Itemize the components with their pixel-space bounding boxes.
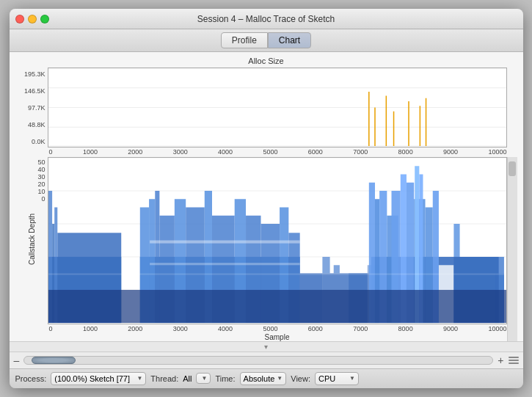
svg-rect-43	[333, 266, 339, 274]
alloc-chart-area[interactable]	[48, 68, 507, 147]
time-value: Absolute	[244, 374, 275, 383]
view-label: View:	[291, 374, 310, 383]
profile-tab[interactable]: Profile	[221, 32, 268, 48]
svg-rect-42	[322, 257, 329, 274]
minimize-button[interactable]	[28, 15, 37, 23]
time-dropdown[interactable]: Absolute ▼	[240, 372, 287, 385]
chart-tab[interactable]: Chart	[268, 32, 311, 48]
callstack-y-axis-wrapper: Callstack Depth 50 40 30 20 10 0	[15, 157, 48, 340]
callstack-y-axis: 50 40 30 20 10 0	[15, 157, 48, 220]
callstack-y-label-rotated: Callstack Depth	[27, 233, 35, 265]
scroll-plus-button[interactable]: +	[498, 354, 503, 366]
alloc-scrollbar	[507, 68, 517, 156]
x-axis-title: Sample	[48, 333, 507, 341]
main-window: Session 4 – Malloc Trace of Sketch Profi…	[10, 9, 523, 387]
alloc-y-label-4: 0.0K	[32, 138, 45, 145]
process-label: Process:	[15, 374, 47, 383]
alloc-chart-container: 195.3K 146.5K 97.7K 48.8K 0.0K	[15, 68, 517, 156]
close-button[interactable]	[15, 15, 24, 23]
svg-rect-39	[150, 263, 300, 266]
alloc-y-label-1: 146.5K	[24, 87, 45, 95]
alloc-y-label-0: 195.3K	[24, 70, 45, 78]
svg-rect-66	[48, 274, 506, 275]
process-dropdown-arrow: ▼	[136, 375, 142, 382]
process-dropdown[interactable]: (100.0%) Sketch [77] ▼	[51, 372, 146, 385]
right-scrollbar[interactable]	[507, 157, 517, 340]
toolbar: Profile Chart	[10, 29, 523, 52]
callstack-chart-container: Callstack Depth 50 40 30 20 10 0	[15, 157, 517, 340]
svg-rect-62	[453, 224, 459, 257]
titlebar: Session 4 – Malloc Trace of Sketch	[10, 9, 523, 29]
time-dropdown-arrow: ▼	[277, 375, 283, 382]
thread-dropdown[interactable]: ▼	[196, 373, 211, 384]
alloc-chart-title: Alloc Size	[15, 57, 517, 65]
alloc-y-label-2: 97.7K	[28, 104, 45, 112]
svg-rect-38	[150, 241, 300, 244]
callstack-chart-area[interactable]	[48, 157, 507, 324]
window-title: Session 4 – Malloc Trace of Sketch	[197, 14, 335, 24]
scroll-thumb[interactable]	[32, 357, 76, 364]
thread-label: Thread:	[150, 374, 178, 383]
view-value: CPU	[318, 374, 335, 383]
thread-dropdown-arrow: ▼	[202, 375, 208, 382]
bottom-bar: Process: (100.0%) Sketch [77] ▼ Thread: …	[10, 368, 523, 388]
scrollbar-row: – +	[10, 352, 523, 368]
thread-value: All	[183, 374, 192, 383]
view-dropdown[interactable]: CPU ▼	[315, 372, 359, 385]
svg-rect-65	[48, 291, 506, 324]
scroll-minus-button[interactable]: –	[14, 354, 20, 366]
scroll-track[interactable]	[23, 356, 493, 365]
process-value: (100.0%) Sketch [77]	[54, 374, 130, 383]
maximize-button[interactable]	[40, 15, 49, 23]
alloc-y-label-3: 48.8K	[28, 121, 45, 128]
chart-content: Alloc Size 195.3K 146.5K 97.7K 48.8K 0.0…	[10, 52, 523, 340]
alloc-x-labels: 01000200030004000 5000600070008000900010…	[48, 147, 507, 156]
callstack-x-labels: 01000200030004000 5000600070008000900010…	[48, 324, 507, 332]
time-label: Time:	[215, 374, 235, 383]
traffic-lights	[15, 15, 49, 23]
alloc-y-axis: 195.3K 146.5K 97.7K 48.8K 0.0K	[15, 68, 48, 156]
view-dropdown-arrow: ▼	[349, 375, 355, 382]
collapse-arrow[interactable]: ▾	[10, 341, 523, 352]
list-view-icon[interactable]	[509, 355, 519, 365]
